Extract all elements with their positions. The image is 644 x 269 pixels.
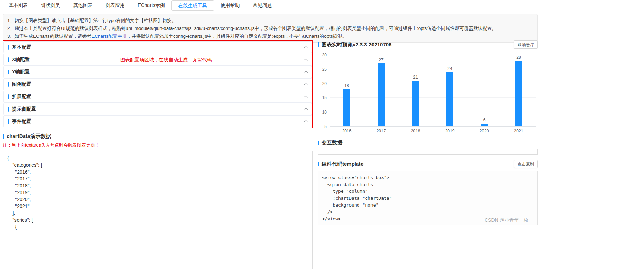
- x-tick-label: 2019: [445, 129, 455, 133]
- notice-line-3-post: ，并将默认配置添加至config-echarts.js中，其组件对应的自定义配置…: [127, 34, 347, 39]
- chart-plot: 18201627201721201824201962020282021: [330, 55, 536, 127]
- chartdata-textarea[interactable]: { "categories": [ "2016", "2017", "2018"…: [3, 151, 313, 269]
- bar-value-label: 27: [379, 58, 383, 62]
- csdn-watermark: CSDN @小青年一枚: [485, 217, 529, 223]
- section-marker: [8, 57, 9, 62]
- tab-help[interactable]: 使用帮助: [214, 0, 246, 11]
- bar-column-2021: 282021: [501, 55, 536, 126]
- interaction-section-header: 交互数据: [318, 140, 538, 146]
- y-tick-label: 10: [322, 110, 327, 114]
- section-title: X轴配置: [12, 57, 30, 63]
- bar-value-label: 24: [447, 67, 452, 71]
- tab-bar: 基本图表饼状图类其他图表图表应用ECharts示例在线生成工具使用帮助常见问题: [0, 0, 644, 11]
- y-tick-label: 30: [322, 53, 327, 57]
- notice-line-3-pre: 3、如需生成ECharts的默认配置，请参考: [7, 34, 91, 39]
- textarea-blur-note: 注：当下面textarea失去焦点时会触发图表更新！: [3, 142, 313, 148]
- section-marker: [8, 70, 9, 74]
- section-marker: [8, 82, 9, 87]
- tab-online-tool[interactable]: 在线生成工具: [171, 0, 214, 11]
- bar-chart: 51015202530 1820162720172120182420196202…: [318, 52, 538, 136]
- chevron-up-icon: [304, 95, 308, 99]
- section-marker: [8, 119, 9, 124]
- notice-line-3: 3、如需生成ECharts的默认配置，请参考ECharts配置手册，并将默认配置…: [7, 32, 533, 40]
- section-marker: [8, 107, 9, 112]
- chart-bar: [481, 124, 488, 126]
- panel-event-config[interactable]: 事件配置: [3, 115, 312, 127]
- component-code-title: 组件代码template: [322, 161, 364, 167]
- tab-chart-apps[interactable]: 图表应用: [99, 0, 131, 11]
- x-tick-label: 2018: [411, 129, 420, 133]
- tab-basic-charts[interactable]: 基本图表: [2, 0, 34, 11]
- chart-bar: [378, 63, 385, 126]
- tab-other-charts[interactable]: 其他图表: [67, 0, 99, 11]
- chartdata-section-title: chartData演示数据: [7, 133, 51, 140]
- panel-yaxis-config[interactable]: Y轴配置: [3, 66, 312, 78]
- y-tick-label: 25: [322, 67, 327, 71]
- chevron-up-icon: [304, 58, 308, 62]
- bar-value-label: 28: [516, 55, 521, 60]
- section-marker: [3, 134, 4, 139]
- chart-bar: [515, 61, 522, 126]
- cancel-float-button[interactable]: 取消悬浮: [514, 40, 538, 49]
- x-tick-label: 2021: [514, 129, 523, 133]
- section-title: 事件配置: [12, 118, 31, 125]
- panel-tooltip-config[interactable]: 提示窗配置: [3, 103, 312, 115]
- y-tick-label: 15: [322, 96, 327, 100]
- chevron-up-icon: [304, 108, 308, 112]
- bar-value-label: 6: [483, 118, 486, 122]
- preview-title: 图表实时预览v2.3.3-20210706: [322, 42, 391, 48]
- bar-column-2016: 182016: [330, 55, 364, 126]
- notice-line-2: 2、通过本工具配置好符合UI规范的默认图表样式，粘贴到uni_modules/q…: [7, 24, 533, 32]
- tab-echarts-demo[interactable]: ECharts示例: [131, 0, 171, 11]
- panel-legend-config[interactable]: 图例配置: [3, 78, 312, 90]
- copy-code-button[interactable]: 点击复制: [514, 160, 538, 168]
- notice-box: 1、切换【图表类型】请点击【基础配置】第一行type右侧的文字【柱状图】切换。 …: [3, 14, 538, 43]
- section-title: 图例配置: [12, 81, 31, 87]
- section-marker: [8, 45, 9, 50]
- panel-basic-config[interactable]: 基本配置: [3, 41, 312, 53]
- bar-value-label: 21: [413, 75, 418, 80]
- tab-pie-charts[interactable]: 饼状图类: [34, 0, 67, 11]
- chart-bars: 18201627201721201824201962020282021: [330, 55, 536, 126]
- chart-y-axis: 51015202530: [318, 55, 327, 127]
- chevron-up-icon: [304, 83, 308, 87]
- chart-bar: [412, 81, 419, 126]
- section-title: 基本配置: [12, 44, 31, 50]
- chevron-up-icon: [304, 46, 308, 50]
- bar-column-2020: 62020: [467, 55, 501, 126]
- x-tick-label: 2020: [480, 129, 489, 133]
- tab-faq[interactable]: 常见问题: [246, 0, 279, 11]
- bar-column-2017: 272017: [364, 55, 398, 126]
- chevron-up-icon: [304, 120, 308, 124]
- config-column: 基本配置X轴配置Y轴配置图例配置扩展配置提示窗配置事件配置图表配置项区域，在线自…: [3, 40, 313, 269]
- panel-extension-config[interactable]: 扩展配置: [3, 91, 312, 103]
- section-marker: [318, 42, 319, 47]
- x-tick-label: 2016: [342, 129, 352, 133]
- section-title: Y轴配置: [12, 69, 30, 75]
- component-code-header: 组件代码template: [318, 161, 364, 167]
- interaction-data-input[interactable]: [318, 149, 538, 155]
- section-title: 扩展配置: [12, 94, 31, 100]
- chevron-up-icon: [304, 71, 308, 74]
- bar-value-label: 18: [344, 84, 349, 88]
- chart-bar: [446, 72, 453, 126]
- preview-column: 图表实时预览v2.3.3-20210706 取消悬浮 51015202530 1…: [318, 40, 538, 225]
- section-marker: [318, 141, 319, 145]
- section-marker: [318, 162, 319, 166]
- y-tick-label: 20: [322, 82, 327, 86]
- notice-line-1: 1、切换【图表类型】请点击【基础配置】第一行type右侧的文字【柱状图】切换。: [7, 16, 533, 24]
- section-title: 提示窗配置: [12, 106, 36, 112]
- chart-bar: [343, 89, 350, 126]
- preview-header: 图表实时预览v2.3.3-20210706: [318, 42, 391, 48]
- config-accordion: 基本配置X轴配置Y轴配置图例配置扩展配置提示窗配置事件配置图表配置项区域，在线自…: [3, 40, 313, 128]
- y-tick-label: 5: [324, 125, 327, 129]
- echarts-manual-link[interactable]: ECharts配置手册: [91, 34, 127, 39]
- bar-column-2018: 212018: [398, 55, 433, 126]
- x-tick-label: 2017: [377, 129, 386, 133]
- panel-xaxis-config[interactable]: X轴配置: [3, 54, 312, 66]
- section-marker: [8, 94, 9, 99]
- chartdata-section-header: chartData演示数据: [3, 133, 313, 140]
- bar-column-2019: 242019: [433, 55, 467, 126]
- interaction-title: 交互数据: [322, 140, 342, 146]
